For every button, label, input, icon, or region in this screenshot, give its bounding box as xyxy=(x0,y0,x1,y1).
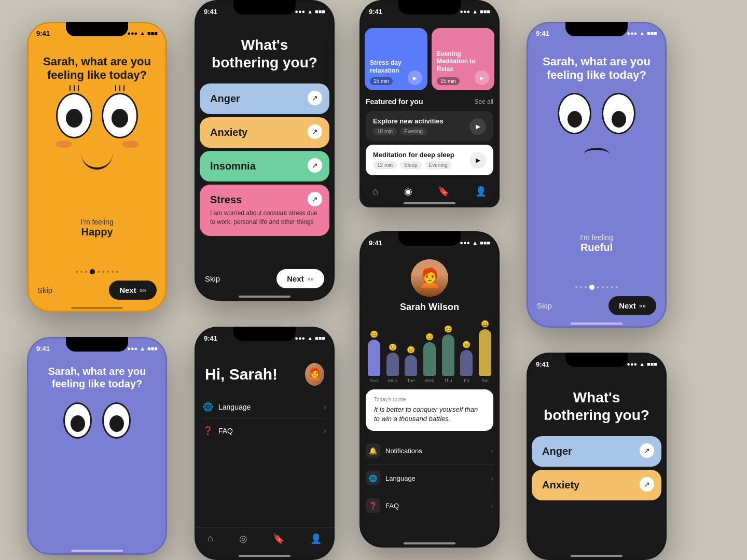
sleep-tag: Sleep xyxy=(400,161,422,169)
insomnia-arrow[interactable]: ↗ xyxy=(308,158,322,173)
skip-button[interactable]: Skip xyxy=(37,286,52,295)
phone-rueful-purple: 9:41 ●●●▲■■■ Sarah, what are you feeling… xyxy=(527,22,667,328)
status-time: 9:41 xyxy=(536,30,549,37)
home-indicator xyxy=(404,542,455,544)
left-sad-eye xyxy=(558,93,591,134)
activity-play-button[interactable]: ▶ xyxy=(469,118,486,135)
anger-arrow[interactable]: ↗ xyxy=(640,443,654,458)
stress-relaxation-card[interactable]: Stress dayrelaxation 15 min ▶ xyxy=(365,28,427,90)
emotion-card-anger[interactable]: Anger ↗ xyxy=(532,436,661,467)
question-text: Sarah, what are you feeling like today? xyxy=(27,365,167,390)
status-icons: ●●●▲■■■ xyxy=(627,361,657,367)
status-time: 9:41 xyxy=(369,8,382,16)
skip-button[interactable]: Skip xyxy=(205,274,220,283)
sad-face-illustration xyxy=(558,93,635,134)
emotion-card-anxiety[interactable]: Anxiety ↗ xyxy=(532,470,661,500)
greeting-title: Hi, Sarah! xyxy=(205,366,305,383)
anxiety-arrow[interactable]: ↗ xyxy=(640,477,654,492)
status-time: 9:41 xyxy=(36,30,50,37)
profile-avatar-small: 🧑‍🦰 xyxy=(305,363,324,386)
left-eye xyxy=(56,93,92,138)
evening-play-button[interactable]: ▶ xyxy=(475,71,489,85)
phone-bothering-dark: 9:41 ●●●▲■■■ What's bothering you? Anger… xyxy=(195,0,335,301)
phone-notch xyxy=(565,353,628,367)
home-indicator xyxy=(571,555,622,557)
bookmark-nav-icon[interactable]: 🔖 xyxy=(438,186,449,197)
chart-bar-tue: 😐 Tue xyxy=(404,346,418,383)
emotion-cards: Anger ↗ Anxiety ↗ xyxy=(527,436,667,560)
emotion-card-anger[interactable]: Anger ↗ xyxy=(200,83,329,114)
sleep-activity-name: Meditation for deep sleep xyxy=(373,151,454,159)
hi-sarah-header: Hi, Sarah! 🧑‍🦰 xyxy=(195,355,335,391)
insomnia-label: Insomnia xyxy=(210,160,256,172)
chart-bar-sat: 😄 Sat xyxy=(478,320,492,383)
language-setting[interactable]: 🌐 Language › xyxy=(203,395,326,419)
home-indicator xyxy=(239,296,290,298)
next-button[interactable]: Next »» xyxy=(276,269,324,288)
faq-setting[interactable]: ❓ FAQ › xyxy=(203,419,326,442)
phone-sarah-purple: 9:41 ●●●▲■■■ Sarah, what are you feeling… xyxy=(27,337,167,555)
phone-happy-orange: 9:41 ●●● ▲ ■■■ Sarah, what are you feeli… xyxy=(27,22,167,312)
right-sad-eye xyxy=(102,402,131,439)
next-button[interactable]: Next »» xyxy=(109,281,157,300)
status-time: 9:41 xyxy=(369,239,382,247)
deep-sleep-card[interactable]: Meditation for deep sleep 12 min Sleep E… xyxy=(366,145,493,175)
question-text: Sarah, what are you feeling like today? xyxy=(527,55,667,82)
home-indicator xyxy=(71,550,123,552)
anger-arrow[interactable]: ↗ xyxy=(308,91,322,105)
profile-nav-icon[interactable]: 👤 xyxy=(310,533,322,544)
status-time: 9:41 xyxy=(204,8,217,16)
evening-meditation-card[interactable]: Evening Meditation to Relax 15 min ▶ xyxy=(432,28,494,90)
phone-notch xyxy=(233,0,296,15)
featured-header: Featured for you See all xyxy=(366,97,493,106)
home-indicator xyxy=(571,323,622,325)
chevron-icon: › xyxy=(491,474,493,482)
settings-list: 🔔 Notifications › 🌐 Language › ❓ FAQ xyxy=(359,437,500,519)
home-indicator xyxy=(71,307,123,309)
phone-notch xyxy=(66,22,128,36)
next-button[interactable]: Next »» xyxy=(608,296,656,315)
faq-setting[interactable]: ❓ FAQ › xyxy=(366,492,493,519)
bottom-nav-dark: ⌂ ◎ 🔖 👤 xyxy=(195,527,335,550)
emotion-card-anxiety[interactable]: Anxiety ↗ xyxy=(200,117,329,148)
language-setting[interactable]: 🌐 Language › xyxy=(366,465,493,492)
notifications-setting[interactable]: 🔔 Notifications › xyxy=(366,437,493,465)
bookmark-nav-icon[interactable]: 🔖 xyxy=(273,533,284,544)
home-indicator xyxy=(239,555,290,557)
duration-badge: 15 min xyxy=(370,77,393,85)
mood-chart: 😊 Sun 😟 Mon 😐 Tue 😊 Wed xyxy=(359,313,500,383)
sleep-time-tag: 12 min xyxy=(373,161,397,169)
anxiety-arrow[interactable]: ↗ xyxy=(308,124,322,139)
explore-nav-icon[interactable]: ◎ xyxy=(239,533,247,544)
phone-bothering-dark-2: 9:41 ●●●▲■■■ What's bothering you? Anger… xyxy=(527,353,667,560)
cheeks xyxy=(56,141,139,148)
language-label: Language xyxy=(218,403,251,411)
profile-nav-icon[interactable]: 👤 xyxy=(475,186,487,197)
progress-dots xyxy=(76,269,118,274)
chevron-icon: › xyxy=(491,447,493,455)
profile-avatar: 🧑‍🦰 xyxy=(411,259,448,297)
anger-label: Anger xyxy=(210,93,240,104)
play-button[interactable]: ▶ xyxy=(408,71,422,85)
stress-arrow[interactable]: ↗ xyxy=(308,192,322,206)
sleep-activity-tags: 12 min Sleep Evening xyxy=(373,161,454,169)
phone-notch xyxy=(565,22,628,36)
explore-nav-icon[interactable]: ◉ xyxy=(404,186,412,197)
status-icons: ●●●▲■■■ xyxy=(460,8,490,15)
status-time: 9:41 xyxy=(536,360,549,368)
chart-bar-mon: 😟 Mon xyxy=(385,343,400,383)
chevron-icon: › xyxy=(324,402,326,412)
activity-name: Explore new activities xyxy=(373,117,444,125)
home-nav-icon[interactable]: ⌂ xyxy=(372,186,378,197)
see-all-link[interactable]: See all xyxy=(474,98,493,105)
sad-face-illustration xyxy=(63,402,131,439)
sleep-play-button[interactable]: ▶ xyxy=(469,152,486,169)
home-nav-icon[interactable]: ⌂ xyxy=(208,533,213,544)
phone-notch xyxy=(398,231,461,246)
skip-button[interactable]: Skip xyxy=(537,301,552,310)
chevron-icon: › xyxy=(324,426,326,436)
emotion-card-insomnia[interactable]: Insomnia ↗ xyxy=(200,151,329,181)
emotion-card-stress[interactable]: Stress I am worried about constant stres… xyxy=(200,185,329,236)
face-illustration xyxy=(56,93,138,138)
explore-activities-card[interactable]: Explore new activities 10 min Evening ▶ xyxy=(366,111,493,142)
